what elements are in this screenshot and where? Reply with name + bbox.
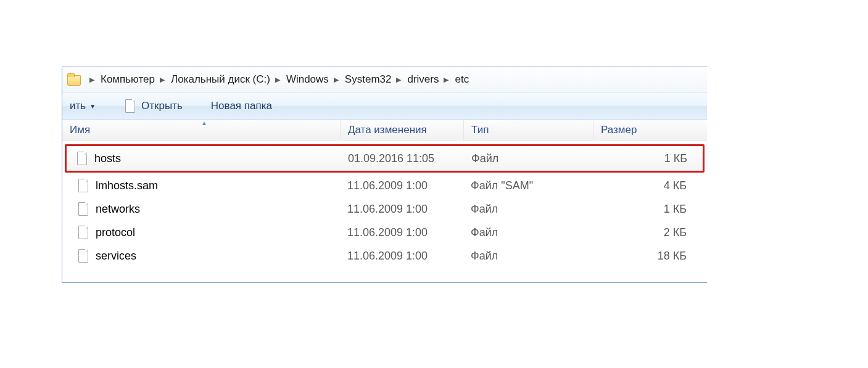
- column-header-type[interactable]: Тип: [463, 120, 593, 140]
- file-type: Файл: [464, 152, 593, 165]
- breadcrumb-label: Локальный диск (C:): [171, 73, 270, 86]
- organize-button[interactable]: ить ▼: [64, 92, 102, 120]
- file-icon: [77, 178, 89, 193]
- breadcrumb-item-drive-c[interactable]: Локальный диск (C:): [170, 67, 285, 92]
- file-size: 4 КБ: [593, 179, 698, 192]
- column-headers: Имя ▲ Дата изменения Тип Размер: [62, 120, 707, 141]
- file-name: services: [96, 250, 136, 263]
- breadcrumb-item-drivers[interactable]: drivers: [406, 67, 453, 92]
- column-header-label: Дата изменения: [348, 124, 427, 136]
- chevron-right-icon: [329, 76, 342, 83]
- file-size: 1 КБ: [593, 152, 698, 165]
- new-folder-label: Новая папка: [211, 100, 272, 112]
- column-header-label: Размер: [601, 124, 637, 136]
- file-type: Файл: [463, 226, 593, 239]
- file-name: hosts: [94, 152, 121, 165]
- file-name: protocol: [96, 226, 135, 239]
- file-icon: [76, 151, 88, 166]
- new-folder-button[interactable]: Новая папка: [205, 92, 278, 120]
- file-row[interactable]: networks11.06.2009 1:00Файл1 КБ: [66, 197, 703, 221]
- chevron-right-icon: [85, 76, 98, 83]
- file-icon: [77, 248, 89, 263]
- sort-asc-icon: ▲: [201, 120, 207, 126]
- file-type: Файл "SAM": [463, 179, 593, 192]
- explorer-window: Компьютер Локальный диск (C:) Windows Sy…: [62, 67, 707, 283]
- file-row[interactable]: protocol11.06.2009 1:00Файл2 КБ: [66, 221, 703, 244]
- file-name: networks: [96, 203, 140, 216]
- chevron-right-icon: [391, 76, 405, 83]
- column-header-label: Имя: [70, 124, 90, 136]
- chevron-right-icon: [439, 76, 452, 83]
- column-header-label: Тип: [471, 124, 489, 136]
- column-header-date[interactable]: Дата изменения: [340, 120, 463, 140]
- breadcrumb-item-windows[interactable]: Windows: [285, 67, 344, 92]
- address-bar[interactable]: Компьютер Локальный диск (C:) Windows Sy…: [62, 67, 707, 92]
- file-icon: [77, 202, 89, 216]
- file-size: 1 КБ: [593, 203, 698, 216]
- file-date: 11.06.2009 1:00: [340, 250, 463, 263]
- file-name: lmhosts.sam: [96, 179, 158, 192]
- file-size: 2 КБ: [593, 226, 698, 239]
- file-date: 11.06.2009 1:00: [340, 179, 463, 192]
- chevron-down-icon: ▼: [89, 103, 96, 110]
- file-row[interactable]: services11.06.2009 1:00Файл18 КБ: [66, 244, 703, 268]
- breadcrumb-item-computer[interactable]: Компьютер: [99, 67, 170, 92]
- file-type: Файл: [463, 250, 593, 263]
- file-size: 18 КБ: [593, 250, 698, 263]
- breadcrumb-label: Компьютер: [101, 73, 155, 86]
- file-list: hosts01.09.2016 11:05Файл1 КБlmhosts.sam…: [62, 141, 707, 282]
- column-header-size[interactable]: Размер: [593, 120, 701, 140]
- file-date: 01.09.2016 11:05: [341, 152, 464, 165]
- toolbar: ить ▼ Открыть Новая папка: [62, 92, 707, 120]
- open-label: Открыть: [141, 100, 183, 112]
- file-date: 11.06.2009 1:00: [340, 226, 463, 239]
- file-row[interactable]: lmhosts.sam11.06.2009 1:00Файл "SAM"4 КБ: [66, 174, 703, 197]
- organize-label-fragment: ить: [70, 100, 86, 112]
- chevron-right-icon: [155, 76, 168, 83]
- file-date: 11.06.2009 1:00: [340, 203, 463, 216]
- breadcrumb-sep-leading[interactable]: [83, 67, 99, 92]
- breadcrumb-label: etc: [455, 73, 469, 86]
- folder-icon: [66, 72, 82, 87]
- breadcrumb-label: drivers: [407, 73, 439, 86]
- breadcrumb-item-system32[interactable]: System32: [344, 67, 407, 92]
- chevron-right-icon: [270, 76, 284, 83]
- file-type: Файл: [463, 203, 593, 216]
- open-button[interactable]: Открыть: [118, 92, 189, 120]
- breadcrumb-item-etc[interactable]: etc: [453, 67, 470, 92]
- breadcrumb-label: System32: [345, 73, 392, 86]
- file-icon: [124, 99, 136, 113]
- file-icon: [77, 225, 89, 240]
- file-row[interactable]: hosts01.09.2016 11:05Файл1 КБ: [65, 144, 705, 173]
- breadcrumb-label: Windows: [286, 73, 329, 86]
- column-header-name[interactable]: Имя ▲: [62, 120, 340, 140]
